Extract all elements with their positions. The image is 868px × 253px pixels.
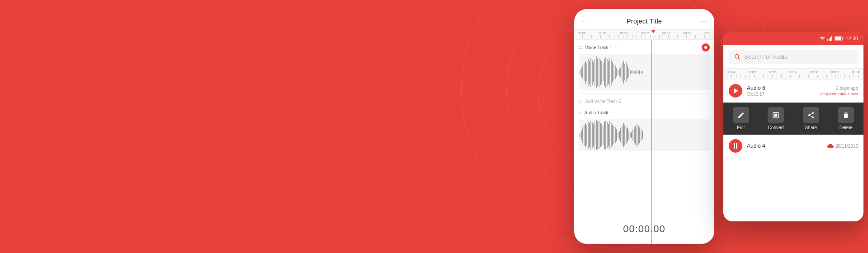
svg-rect-37 xyxy=(630,70,631,75)
svg-rect-62 xyxy=(600,123,601,147)
svg-rect-64 xyxy=(603,126,604,145)
voice-track-waveform xyxy=(579,54,710,90)
search-placeholder[interactable]: Search for Audio xyxy=(744,53,853,60)
svg-line-102 xyxy=(738,57,740,59)
svg-rect-4 xyxy=(585,61,586,84)
audio-track-name: Audio Track xyxy=(585,110,609,115)
audio-track-waveform xyxy=(579,119,710,151)
audio-6-info: Audio 6 00:20:17 xyxy=(747,85,816,97)
playhead-line xyxy=(651,40,652,244)
audio-item-6[interactable]: Audio 6 00:20:17 2 days ago #Experimenta… xyxy=(723,80,863,103)
timeline-ruler: 00:00 00:01 00:02 00:07 00:08 00:09 00:1 xyxy=(574,30,714,40)
svg-rect-84 xyxy=(630,133,631,137)
add-voice-track-label[interactable]: Add Voice Track 2 xyxy=(574,96,714,107)
svg-rect-81 xyxy=(626,126,627,144)
time-counter: 00:00.00 xyxy=(623,223,665,235)
svg-rect-44 xyxy=(639,70,640,75)
audio-6-date: 2 days ago xyxy=(820,86,858,91)
share-label: Share xyxy=(805,125,817,130)
svg-rect-51 xyxy=(585,123,586,147)
record-button[interactable] xyxy=(702,43,710,52)
audio-6-meta: 2 days ago #Experimental #Jazz xyxy=(820,86,858,96)
voice-track-1-label: Voice Track 1 ··· xyxy=(574,40,714,53)
svg-rect-32 xyxy=(623,61,624,84)
search-bar[interactable]: Search for Audio xyxy=(729,50,858,64)
back-button[interactable]: ← xyxy=(581,16,590,26)
svg-rect-57 xyxy=(593,124,594,146)
svg-rect-67 xyxy=(607,122,608,148)
svg-rect-66 xyxy=(605,121,606,150)
playhead-triangle xyxy=(651,30,655,33)
share-icon xyxy=(807,112,815,119)
svg-rect-29 xyxy=(619,69,620,76)
svg-rect-18 xyxy=(604,59,605,86)
audio-6-name: Audio 6 xyxy=(747,85,816,91)
svg-rect-43 xyxy=(638,71,639,73)
phone-overlay: 12:30 Search for Audio 00:04 00:05 00:06… xyxy=(723,32,863,221)
svg-rect-75 xyxy=(618,132,618,138)
pause-bar-right xyxy=(736,143,737,149)
svg-rect-10 xyxy=(593,62,594,82)
svg-rect-63 xyxy=(601,124,602,146)
play-button-6[interactable] xyxy=(729,84,742,98)
svg-rect-16 xyxy=(601,61,602,84)
svg-rect-100 xyxy=(835,37,841,40)
svg-rect-80 xyxy=(624,125,625,145)
svg-rect-25 xyxy=(613,64,614,80)
pause-button-4[interactable] xyxy=(729,139,742,153)
project-title: Project Title xyxy=(590,17,699,25)
audio-track-label: ≈ Audio Track ··· xyxy=(574,107,714,118)
svg-rect-65 xyxy=(604,122,605,149)
svg-rect-73 xyxy=(615,127,616,143)
svg-rect-49 xyxy=(582,127,583,143)
svg-rect-72 xyxy=(613,126,614,144)
convert-icon-box xyxy=(768,107,784,123)
svg-rect-7 xyxy=(589,61,590,84)
svg-rect-22 xyxy=(609,58,610,87)
pause-bar-left xyxy=(734,143,735,149)
svg-rect-12 xyxy=(596,56,597,88)
status-bar: 12:30 xyxy=(723,32,863,45)
edit-action[interactable]: Edit xyxy=(733,107,749,130)
action-bar: Edit Convert Share xyxy=(723,103,863,135)
svg-rect-92 xyxy=(641,129,642,141)
audio-track-more[interactable]: ··· xyxy=(611,110,614,115)
svg-rect-74 xyxy=(616,129,617,141)
audio-4-date: 20/11/2016 xyxy=(835,144,858,149)
svg-rect-52 xyxy=(586,125,587,145)
overlay-ruler-labels: 00:04 00:05 00:06 00:07 00:08 00:09 00:1… xyxy=(727,70,860,74)
voice-track-more[interactable]: ··· xyxy=(615,45,618,50)
svg-rect-99 xyxy=(843,38,844,39)
track-dot xyxy=(579,46,582,49)
ruler-labels: 00:00 00:01 00:02 00:07 00:08 00:09 00:1 xyxy=(574,32,714,35)
share-action[interactable]: Share xyxy=(803,107,819,130)
svg-rect-36 xyxy=(628,68,629,77)
svg-rect-8 xyxy=(590,58,591,87)
more-menu-button[interactable]: ··· xyxy=(699,16,707,26)
audio-6-tags: #Experimental #Jazz xyxy=(820,92,858,96)
svg-rect-42 xyxy=(637,70,637,74)
track-divider xyxy=(579,93,710,94)
phones-container: ← Project Title ··· 00:00 00:01 00:02 00… xyxy=(561,0,868,253)
svg-rect-85 xyxy=(631,132,632,138)
delete-action[interactable]: Delete xyxy=(838,107,854,130)
convert-action[interactable]: Convert xyxy=(768,107,784,130)
svg-rect-20 xyxy=(607,59,608,86)
svg-rect-1 xyxy=(581,68,582,77)
svg-rect-34 xyxy=(626,62,627,82)
svg-rect-93 xyxy=(642,131,643,139)
svg-rect-47 xyxy=(580,133,580,137)
svg-rect-71 xyxy=(612,125,613,145)
overlay-timeline: 00:04 00:05 00:06 00:07 00:08 00:09 00:1… xyxy=(723,69,863,80)
svg-rect-69 xyxy=(609,121,610,149)
audio-item-4[interactable]: Audio 4 20/11/2016 xyxy=(723,135,863,157)
svg-rect-15 xyxy=(600,60,601,85)
svg-rect-59 xyxy=(596,120,597,150)
cloud-icon xyxy=(827,144,834,148)
battery-icon xyxy=(835,36,844,41)
add-track-dot xyxy=(579,100,582,103)
edit-label: Edit xyxy=(737,125,745,130)
convert-label: Convert xyxy=(768,125,784,130)
search-bar-container: Search for Audio xyxy=(723,45,863,69)
svg-rect-23 xyxy=(611,60,612,85)
